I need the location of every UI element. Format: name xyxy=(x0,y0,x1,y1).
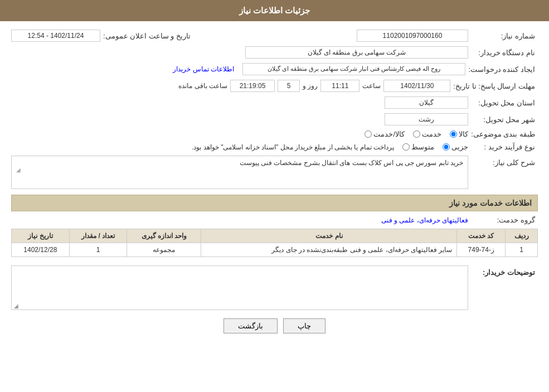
creator-label: ایجاد کننده درخواست: xyxy=(468,65,538,74)
purchase-motovaset-radio[interactable] xyxy=(402,143,410,151)
button-row: چاپ بازگشت xyxy=(11,318,538,342)
cell-unit: مجموعه xyxy=(127,243,201,257)
description-label: شرح کلی نیاز: xyxy=(471,156,538,167)
creator-value: روح اله فیضی کارشناس فنی انبار شرکت سهام… xyxy=(242,63,465,75)
purchase-jozi-label: جزیی xyxy=(451,143,468,151)
purchase-type-label: نوع فرآیند خرید : xyxy=(471,143,538,151)
row-purchase-type: نوع فرآیند خرید : متوسط جزیی پرداخت تمام… xyxy=(11,143,538,151)
description-value: خرید تابم سورس جی پی اس کلاک بست های انت… xyxy=(240,159,463,167)
deadline-date: 1402/11/30 xyxy=(383,80,450,92)
buyer-desc-label: توضیحات خریدار: xyxy=(471,265,538,277)
need-number-label: شماره نیاز: xyxy=(471,32,538,40)
category-khadamat-radio[interactable] xyxy=(413,130,420,138)
creator-link[interactable]: اطلاعات تماس خریدار xyxy=(173,65,234,73)
purchase-motovaset-item: متوسط xyxy=(402,143,434,151)
deadline-days-label: روز و xyxy=(303,82,318,90)
col-unit: واحد اندازه گیری xyxy=(127,229,201,243)
buyer-name-value: شرکت سهامی برق منطقه ای گیلان xyxy=(245,46,468,59)
deadline-days: 5 xyxy=(278,80,300,92)
cell-row-num: 1 xyxy=(506,243,538,257)
col-service-code: کد خدمت xyxy=(457,229,506,243)
deadline-remaining-label: ساعت باقی مانده xyxy=(178,82,227,90)
category-kala-khadamat-label: کالا/خدمت xyxy=(373,130,405,138)
page-header: جزئیات اطلاعات نیاز xyxy=(0,0,549,21)
row-deadline: مهلت ارسال پاسخ: تا تاریخ: 1402/11/30 سا… xyxy=(11,80,538,92)
col-row-num: ردیف xyxy=(506,229,538,243)
resize-handle-buyer: ◢ xyxy=(13,303,18,308)
row-creator: ایجاد کننده درخواست: روح اله فیضی کارشنا… xyxy=(11,63,538,75)
category-kala-item: کالا xyxy=(450,130,468,138)
need-number-value: 1102001097000160 xyxy=(357,30,468,42)
category-radio-group: کالا/خدمت خدمت کالا xyxy=(365,130,468,138)
deadline-time-label: ساعت xyxy=(362,82,381,90)
buyer-desc-box: ◢ xyxy=(11,265,468,310)
deadline-time2: 21:19:05 xyxy=(230,80,275,92)
city-label: شهر محل تحویل: xyxy=(471,115,538,124)
row-province: استان محل تحویل: گیلان xyxy=(11,96,538,109)
category-khadamat-label: خدمت xyxy=(422,130,441,138)
purchase-jozi-item: جزیی xyxy=(443,143,468,151)
row-buyer-desc: توضیحات خریدار: ◢ xyxy=(11,265,538,310)
col-quantity: تعداد / مقدار xyxy=(69,229,127,243)
table-body: 1 ز-74-749 سایر فعالیتهای حرفه‌ای، علمی … xyxy=(12,243,538,257)
page-title: جزئیات اطلاعات نیاز xyxy=(239,6,310,15)
resize-handle-desc: ◢ xyxy=(16,167,463,173)
category-kala-khadamat-radio[interactable] xyxy=(365,130,372,138)
category-kala-khadamat-item: کالا/خدمت xyxy=(365,130,405,138)
row-buyer-name: نام دستگاه خریدار: شرکت سهامی برق منطقه … xyxy=(11,46,538,59)
cell-service-name: سایر فعالیتهای حرفه‌ای، علمی و فنی طبقه‌… xyxy=(201,243,457,257)
row-description: شرح کلی نیاز: خرید تابم سورس جی پی اس کل… xyxy=(11,156,538,189)
print-button[interactable]: چاپ xyxy=(283,318,325,333)
purchase-jozi-radio[interactable] xyxy=(443,143,450,151)
category-label: طبقه بندی موضوعی: xyxy=(471,130,538,138)
purchase-type-desc: پرداخت تمام یا بخشی از مبلغ خریداز محل "… xyxy=(192,143,394,151)
description-box: خرید تابم سورس جی پی اس کلاک بست های انت… xyxy=(11,156,468,189)
table-row: 1 ز-74-749 سایر فعالیتهای حرفه‌ای، علمی … xyxy=(12,243,538,257)
row-city: شهر محل تحویل: رشت xyxy=(11,113,538,125)
col-need-date: تاریخ نیاز xyxy=(12,229,70,243)
table-header-row: ردیف کد خدمت نام خدمت واحد اندازه گیری ت… xyxy=(12,229,538,243)
announce-value: 1402/11/24 - 12:54 xyxy=(11,30,100,42)
deadline-label: مهلت ارسال پاسخ: تا تاریخ: xyxy=(453,82,538,90)
row-need-number: شماره نیاز: 1102001097000160 تاریخ و ساع… xyxy=(11,30,538,42)
col-service-name: نام خدمت xyxy=(201,229,457,243)
province-value: گیلان xyxy=(385,96,468,109)
buyer-desc-value xyxy=(12,266,468,272)
cell-quantity: 1 xyxy=(69,243,127,257)
services-table: ردیف کد خدمت نام خدمت واحد اندازه گیری ت… xyxy=(11,229,538,257)
page-wrapper: جزئیات اطلاعات نیاز شماره نیاز: 11020010… xyxy=(0,0,549,392)
province-label: استان محل تحویل: xyxy=(471,99,538,107)
buyer-name-label: نام دستگاه خریدار: xyxy=(471,49,538,57)
purchase-type-radio-group: متوسط جزیی xyxy=(402,143,468,151)
content-area: شماره نیاز: 1102001097000160 تاریخ و ساع… xyxy=(0,21,549,350)
category-khadamat-item: خدمت xyxy=(413,130,441,138)
category-kala-radio[interactable] xyxy=(450,130,457,138)
service-group-value[interactable]: فعالیتهای حرفه‌ای، علمی و فنی xyxy=(381,216,468,224)
cell-need-date: 1402/12/28 xyxy=(12,243,70,257)
services-section-title: اطلاعات خدمات مورد نیاز xyxy=(11,195,538,211)
city-value: رشت xyxy=(385,113,468,125)
services-table-container: ردیف کد خدمت نام خدمت واحد اندازه گیری ت… xyxy=(11,229,538,257)
announce-label: تاریخ و ساعت اعلان عمومی: xyxy=(103,32,193,40)
purchase-motovaset-label: متوسط xyxy=(411,143,434,151)
category-kala-label: کالا xyxy=(459,130,468,138)
cell-service-code: ز-74-749 xyxy=(457,243,506,257)
back-button[interactable]: بازگشت xyxy=(224,318,278,333)
row-service-group: گروه خدمت: فعالیتهای حرفه‌ای، علمی و فنی xyxy=(11,216,538,224)
table-head: ردیف کد خدمت نام خدمت واحد اندازه گیری ت… xyxy=(12,229,538,243)
service-group-label: گروه خدمت: xyxy=(471,216,538,224)
deadline-time: 11:11 xyxy=(320,80,359,92)
row-category: طبقه بندی موضوعی: کالا/خدمت خدمت کالا xyxy=(11,130,538,138)
